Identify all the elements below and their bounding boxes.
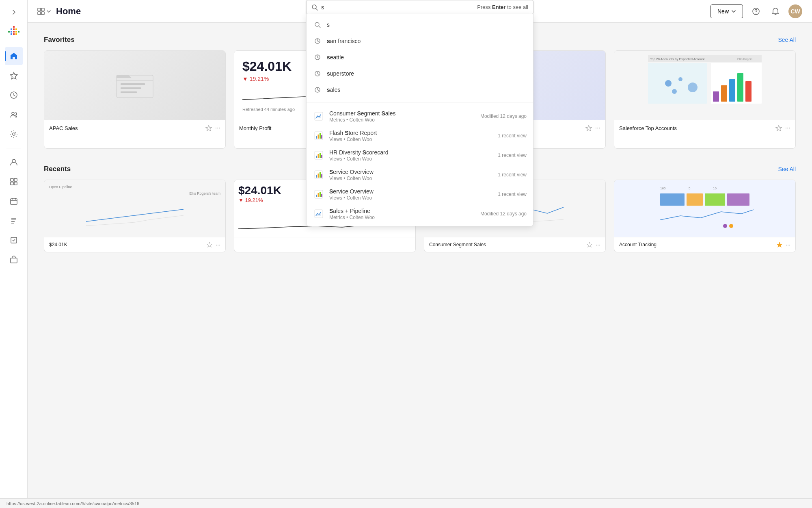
sidebar-item-groups[interactable] (5, 106, 23, 124)
svg-point-98 (723, 224, 727, 228)
recent-search-icon (313, 85, 322, 94)
sidebar-item-recents[interactable] (5, 86, 23, 104)
result-name: HR Diversity Scorecard (329, 149, 493, 156)
more-options-button[interactable]: ··· (596, 241, 600, 248)
help-button[interactable] (749, 5, 762, 18)
result-sales-pipeline[interactable]: Sales + Pipeline Metrics • Colten Woo Mo… (307, 204, 533, 224)
favorites-see-all[interactable]: See All (778, 37, 796, 43)
card-thumbnail-salesforce: Top 20 Accounts by Expected Amount Ellis… (614, 51, 795, 120)
result-flash-store-report[interactable]: Flash Store Report Views • Colten Woo 1 … (307, 126, 533, 145)
result-consumer-segment-sales[interactable]: Consumer Segment Sales Metrics • Colten … (307, 106, 533, 126)
search-input[interactable] (321, 4, 474, 11)
new-button[interactable]: New (710, 4, 743, 18)
search-suggestion-seattle[interactable]: seattle (307, 49, 533, 65)
svg-rect-1 (13, 28, 15, 30)
sidebar-item-user[interactable] (5, 153, 23, 171)
metrics-icon (313, 208, 324, 219)
result-info: Sales + Pipeline Metrics • Colten Woo (329, 208, 475, 220)
topbar-right: New (710, 4, 802, 18)
card-footer-salesforce: Salesforce Top Accounts ··· (614, 120, 795, 136)
result-meta: Views • Colten Woo (329, 156, 493, 162)
sidebar-collapse-button[interactable] (6, 5, 21, 20)
svg-rect-27 (38, 8, 41, 11)
result-hr-diversity-scorecard[interactable]: HR Diversity Scorecard Views • Colten Wo… (307, 145, 533, 165)
views-icon (313, 130, 324, 141)
card-apac-sales[interactable]: APAC Sales ··· (44, 50, 226, 149)
search-suggestion-s[interactable]: s (307, 17, 533, 33)
svg-rect-58 (318, 193, 319, 197)
search-results-section: Consumer Segment Sales Metrics • Colten … (307, 104, 533, 226)
svg-rect-94 (660, 193, 685, 206)
notifications-button[interactable] (769, 5, 782, 18)
search-container: Press Enter to see all (306, 0, 533, 14)
sidebar-item-favorites[interactable] (5, 67, 23, 85)
result-name: Service Overview (329, 188, 493, 195)
sidebar-item-home[interactable] (5, 47, 23, 65)
svg-rect-11 (18, 31, 19, 33)
search-icon (311, 4, 318, 11)
search-suggestion-superstore[interactable]: superstore (307, 65, 533, 82)
dropdown-divider (307, 102, 533, 102)
star-button[interactable] (585, 125, 592, 131)
svg-rect-8 (15, 33, 17, 35)
svg-rect-95 (687, 193, 703, 206)
sidebar-item-metrics[interactable] (5, 173, 23, 191)
more-options-button[interactable]: ··· (215, 124, 220, 132)
svg-point-79 (678, 77, 682, 81)
more-options-button[interactable]: ··· (786, 241, 790, 248)
svg-point-80 (688, 82, 698, 92)
card-salesforce-top-accounts[interactable]: Top 20 Accounts by Expected Amount Ellis… (614, 50, 796, 149)
sidebar-item-data[interactable] (5, 212, 23, 230)
user-avatar[interactable]: CW (788, 4, 802, 18)
svg-rect-68 (121, 91, 137, 93)
svg-rect-61 (315, 210, 323, 218)
result-service-overview-1[interactable]: Service Overview Views • Colten Woo 1 re… (307, 165, 533, 185)
card-title: APAC Sales (49, 125, 205, 131)
star-button[interactable] (587, 242, 592, 247)
svg-rect-3 (11, 28, 12, 30)
views-icon (313, 150, 324, 161)
sidebar (0, 0, 28, 508)
search-suggestion-sales[interactable]: sales (307, 82, 533, 98)
card-recent-1[interactable]: Open Pipeline Ellis Rogers's team $24.01… (44, 180, 226, 252)
svg-text:160: 160 (660, 187, 666, 190)
result-service-overview-2[interactable]: Service Overview Views • Colten Woo 1 re… (307, 185, 533, 204)
more-options-button[interactable]: ··· (595, 124, 600, 132)
sidebar-item-tasks[interactable] (5, 231, 23, 249)
svg-rect-57 (316, 195, 317, 197)
result-meta: Metrics • Colten Woo (329, 215, 475, 220)
chevron-down-icon (46, 9, 51, 14)
sidebar-item-calendar[interactable] (5, 192, 23, 210)
search-dropdown: s san francisco (306, 14, 533, 226)
svg-point-81 (672, 89, 677, 94)
result-meta: Metrics • Colten Woo (329, 117, 475, 123)
svg-line-32 (316, 9, 317, 10)
card-thumbnail-account-tracking: 160 5 10 (614, 180, 795, 237)
card-account-tracking[interactable]: 160 5 10 (614, 180, 796, 252)
result-time: Modified 12 days ago (480, 211, 527, 217)
more-options-button[interactable]: ··· (216, 241, 220, 248)
star-button[interactable] (775, 125, 782, 131)
sidebar-item-shared[interactable] (5, 251, 23, 269)
more-options-button[interactable]: ··· (785, 124, 790, 132)
sidebar-item-recommendations[interactable] (5, 125, 23, 143)
svg-marker-69 (206, 126, 212, 131)
recents-title: Recents (44, 165, 71, 173)
recents-see-all[interactable]: See All (778, 166, 796, 172)
svg-rect-43 (318, 135, 319, 139)
content-switcher[interactable] (37, 8, 51, 15)
search-suggestion-san-francisco[interactable]: san francisco (307, 33, 533, 49)
page-title: Home (56, 6, 81, 17)
star-button[interactable] (777, 242, 782, 247)
pipeline-chart (49, 197, 220, 230)
sidebar-divider-1 (6, 148, 21, 148)
search-input-wrapper: Press Enter to see all (306, 0, 533, 14)
svg-rect-44 (320, 133, 321, 139)
star-button[interactable] (207, 242, 212, 247)
search-hint: Press Enter to see all (477, 4, 528, 10)
result-time: 1 recent view (498, 152, 527, 158)
account-chart: 160 5 10 (618, 183, 792, 232)
svg-rect-65 (117, 75, 153, 98)
app-logo[interactable] (6, 24, 21, 39)
star-button[interactable] (205, 125, 212, 131)
